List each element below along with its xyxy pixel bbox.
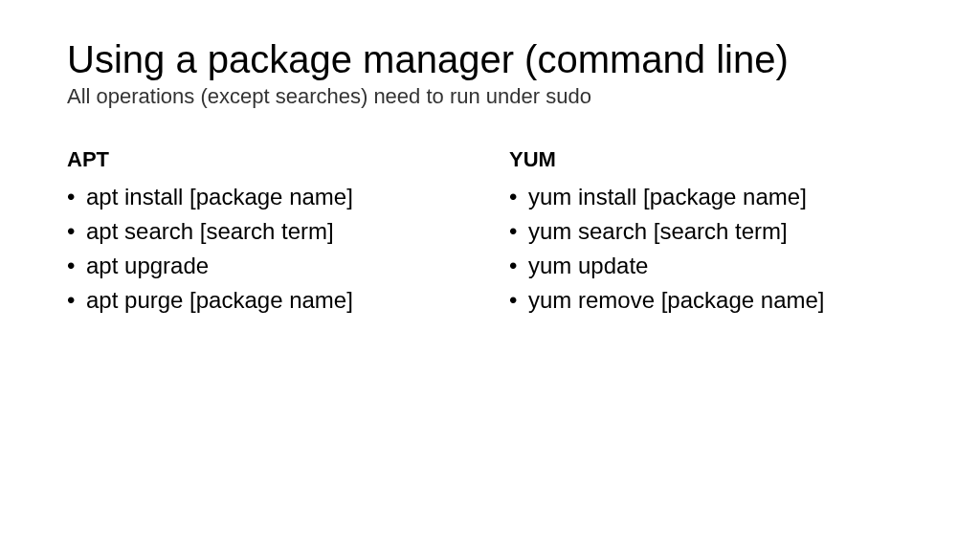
column-heading-apt: APT: [67, 147, 471, 172]
slide-title: Using a package manager (command line): [67, 38, 913, 80]
column-apt: APT apt install [package name] apt searc…: [67, 147, 471, 318]
list-item: apt install [package name]: [67, 180, 471, 214]
list-item: apt upgrade: [67, 249, 471, 283]
apt-command-list: apt install [package name] apt search [s…: [67, 180, 471, 318]
list-item: yum search [search term]: [509, 214, 913, 249]
list-item: yum remove [package name]: [509, 283, 913, 318]
list-item: apt search [search term]: [67, 214, 471, 249]
list-item: yum install [package name]: [509, 180, 913, 214]
content-columns: APT apt install [package name] apt searc…: [67, 147, 913, 318]
list-item: yum update: [509, 249, 913, 283]
slide-subtitle: All operations (except searches) need to…: [67, 84, 913, 109]
column-heading-yum: YUM: [509, 147, 913, 172]
yum-command-list: yum install [package name] yum search [s…: [509, 180, 913, 318]
column-yum: YUM yum install [package name] yum searc…: [509, 147, 913, 318]
list-item: apt purge [package name]: [67, 283, 471, 318]
